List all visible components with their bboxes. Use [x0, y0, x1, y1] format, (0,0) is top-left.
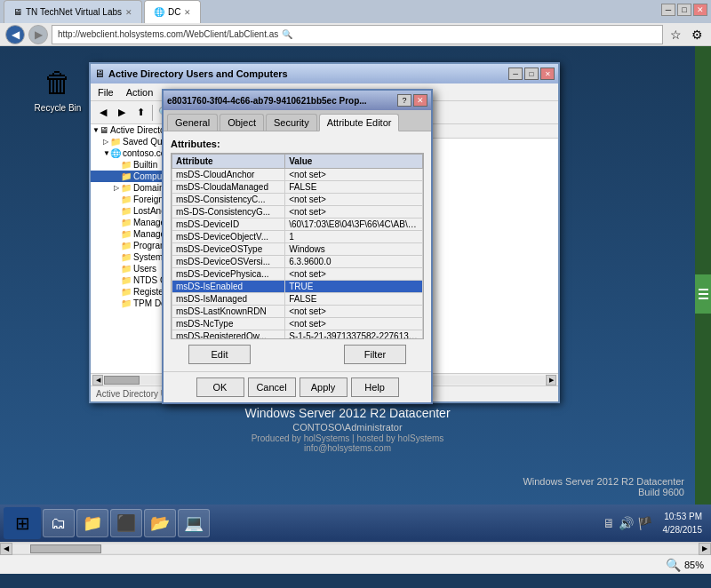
hamburger-button[interactable] [695, 274, 711, 314]
ok-button[interactable]: OK [196, 377, 244, 397]
ham-line-1 [699, 289, 708, 290]
table-row[interactable]: msDS-NcType<not set> [172, 318, 423, 330]
browser-scrollbar[interactable]: ◀ ▶ [0, 542, 711, 554]
table-row[interactable]: msDS-DeviceOSVersi...6.3.9600.0 [172, 256, 423, 268]
recycle-bin-label: Recycle Bin [35, 103, 82, 113]
address-bar[interactable]: http://webclient.holsystems.com/WebClien… [52, 25, 663, 44]
menu-action[interactable]: Action [123, 85, 157, 99]
ham-line-2 [699, 293, 708, 295]
value-cell: \60\17:03\E8\04\3F\66\4C\AB\79:\94\10 [285, 219, 423, 231]
value-cell: <not set> [285, 206, 423, 219]
attr-cell: msDS-DeviceID [172, 219, 285, 231]
menu-file[interactable]: File [94, 85, 117, 99]
restore-btn[interactable]: □ [677, 4, 691, 16]
attr-cell: msDS-DeviceOSVersi... [172, 256, 285, 268]
props-body: Attributes: Attribute Value msDS-CloudAn… [164, 131, 431, 371]
attr-cell: mS-DS-ConsistencyG... [172, 206, 285, 219]
tray-sound-icon[interactable]: 🔊 [619, 516, 634, 530]
tab-security[interactable]: Security [266, 114, 317, 131]
props-dialog: e8031760-3f04-4c66-ab79-9410621bb5ec Pro… [162, 89, 433, 404]
taskbar-item-2[interactable]: 📁 [76, 509, 108, 537]
recycle-bin[interactable]: 🗑 Recycle Bin [27, 64, 89, 113]
attr-cell: msDS-DeviceObjectV... [172, 231, 285, 243]
value-cell: <not set> [285, 318, 423, 330]
ad-minimize-btn[interactable]: ─ [508, 68, 523, 80]
value-cell: TRUE [285, 281, 423, 293]
table-row[interactable]: msDS-DevicePhysica...<not set> [172, 268, 423, 281]
tool-up[interactable]: ⬆ [132, 104, 149, 122]
star-icon[interactable]: ☆ [667, 26, 684, 44]
dc-info-line1: Produced by holSystems | hosted by holSy… [0, 433, 695, 443]
value-cell: FALSE [285, 293, 423, 306]
tab-tn-close[interactable]: ✕ [125, 8, 132, 17]
table-row[interactable]: msDS-DeviceObjectV...1 [172, 231, 423, 243]
tab-dc[interactable]: 🌐 DC ✕ [144, 0, 201, 23]
search-icon[interactable]: 🔍 [282, 29, 292, 39]
table-row[interactable]: msDS-DeviceID\60\17:03\E8\04\3F\66\4C\AB… [172, 219, 423, 231]
zoom-bar: 🔍 85% [0, 554, 711, 574]
tab-tn[interactable]: 🖥 TN TechNet Virtual Labs ✕ [4, 0, 142, 23]
nav-bar: ◀ ▶ http://webclient.holsystems.com/WebC… [0, 23, 711, 46]
props-help-btn[interactable]: ? [397, 94, 411, 107]
back-button[interactable]: ◀ [5, 25, 25, 44]
col-attr: Attribute [172, 155, 285, 169]
table-row[interactable]: msDS-IsEnabledTRUE [172, 281, 423, 293]
ad-restore-btn[interactable]: □ [524, 68, 539, 80]
filter-button[interactable]: Filter [344, 345, 406, 364]
taskbar-item-4[interactable]: 📂 [144, 509, 176, 537]
taskbar-item-1[interactable]: 🗂 [43, 509, 75, 537]
scroll-left[interactable]: ◀ [0, 543, 12, 555]
dc-subtitle: Windows Server 2012 R2 Datacenter [0, 406, 695, 420]
zoom-level: 85% [684, 560, 704, 570]
taskbar-item-5[interactable]: 💻 [178, 509, 210, 537]
tab-object[interactable]: Object [220, 114, 264, 131]
value-cell: Windows [285, 243, 423, 256]
apply-button[interactable]: Apply [300, 377, 348, 397]
win-info: Windows Server 2012 R2 Datacenter Build … [523, 476, 684, 497]
tab-general[interactable]: General [167, 114, 218, 131]
forward-button[interactable]: ▶ [28, 25, 48, 44]
value-cell: <not set> [285, 306, 423, 318]
cancel-button[interactable]: Cancel [248, 377, 296, 397]
tool-back[interactable]: ◀ [94, 104, 112, 122]
taskbar-tray: 🖥 🔊 🏴 [599, 516, 656, 530]
value-cell: <not set> [285, 169, 423, 181]
help-button[interactable]: Help [351, 377, 399, 397]
table-row[interactable]: msDS-IsManagedFALSE [172, 293, 423, 306]
gear-icon[interactable]: ⚙ [688, 26, 706, 44]
edit-button[interactable]: Edit [188, 345, 251, 364]
value-cell: 1 [285, 231, 423, 243]
address-text: http://webclient.holsystems.com/WebClien… [58, 29, 278, 39]
ad-titlebar: 🖥 Active Directory Users and Computers ─… [91, 64, 558, 83]
scroll-thumb-bottom[interactable] [30, 544, 101, 553]
props-close-btn[interactable]: ✕ [413, 94, 427, 107]
table-row[interactable]: mS-DS-ConsistencyG...<not set> [172, 206, 423, 219]
table-row[interactable]: msDS-ConsistencyC...<not set> [172, 194, 423, 206]
value-cell: <not set> [285, 194, 423, 206]
taskbar-item-3[interactable]: ⬛ [110, 509, 142, 537]
toolbar-sep1 [152, 105, 153, 121]
table-row[interactable]: msDS-DeviceOSTypeWindows [172, 243, 423, 256]
table-row[interactable]: msDS-LastKnownRDN<not set> [172, 306, 423, 318]
value-cell: S-1-5-21-3971337582-2276135520-3253636 [285, 330, 423, 340]
zoom-icon[interactable]: 🔍 [666, 558, 681, 572]
scroll-right[interactable]: ▶ [699, 543, 711, 555]
recycle-bin-icon: 🗑 [39, 64, 76, 101]
tab-tn-icon: 🖥 [13, 7, 22, 17]
browser-chrome: ─ □ ✕ 🖥 TN TechNet Virtual Labs ✕ 🌐 DC ✕… [0, 0, 711, 46]
table-row[interactable]: msDS-CloudaManagedFALSE [172, 181, 423, 194]
tray-flag-icon[interactable]: 🏴 [637, 516, 652, 530]
table-row[interactable]: msDS-RegisteredOw...S-1-5-21-3971337582-… [172, 330, 423, 340]
minimize-btn[interactable]: ─ [661, 4, 675, 16]
tab-dc-close[interactable]: ✕ [184, 8, 191, 17]
tab-attribute-editor[interactable]: Attribute Editor [319, 114, 400, 131]
tray-network-icon[interactable]: 🖥 [603, 516, 615, 530]
start-button[interactable]: ⊞ [4, 507, 41, 539]
attr-table-container[interactable]: Attribute Value msDS-CloudAnchor<not set… [171, 153, 424, 339]
table-row[interactable]: msDS-CloudAnchor<not set> [172, 169, 423, 181]
col-value: Value [285, 155, 423, 169]
taskbar-clock[interactable]: 10:53 PM 4/28/2015 [658, 510, 708, 536]
tool-forward[interactable]: ▶ [113, 104, 131, 122]
close-btn[interactable]: ✕ [693, 4, 707, 16]
ad-close-btn[interactable]: ✕ [540, 68, 555, 80]
